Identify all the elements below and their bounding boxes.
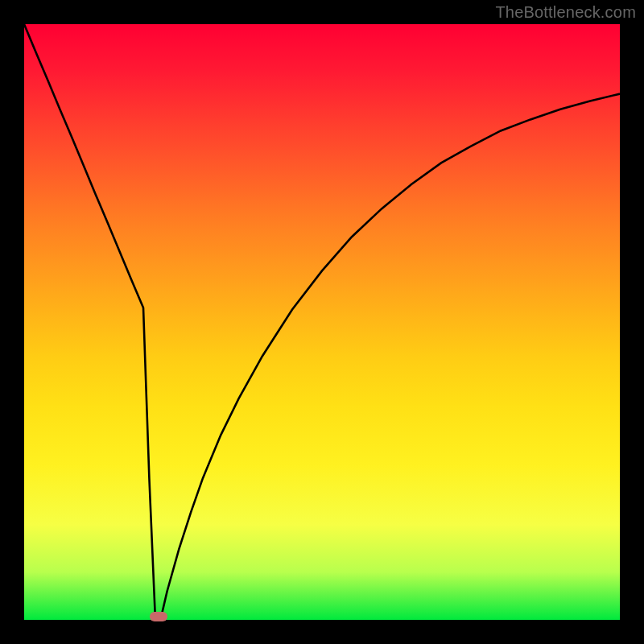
- curve-svg: [24, 24, 620, 620]
- plot-area: [24, 24, 620, 620]
- chart-frame: TheBottleneck.com: [0, 0, 644, 644]
- watermark-text: TheBottleneck.com: [495, 3, 636, 22]
- bottleneck-marker: [150, 612, 167, 621]
- curve-line: [24, 24, 620, 617]
